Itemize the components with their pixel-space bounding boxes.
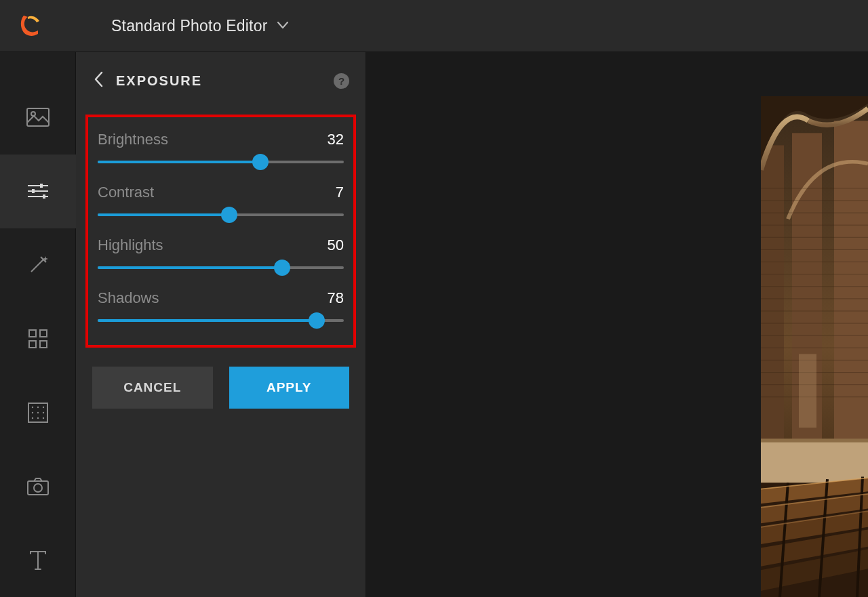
slider-track[interactable] — [98, 161, 344, 163]
slider-contrast: Contrast 7 — [98, 184, 344, 216]
svg-rect-13 — [40, 341, 47, 348]
slider-track[interactable] — [98, 319, 344, 322]
rail-camera[interactable] — [0, 449, 76, 523]
rail-adjust[interactable] — [0, 155, 76, 228]
svg-point-18 — [31, 412, 33, 413]
slider-track[interactable] — [98, 266, 344, 269]
slider-value: 78 — [328, 289, 344, 307]
rail-image[interactable] — [0, 81, 76, 155]
slider-label: Highlights — [98, 236, 163, 254]
slider-highlights: Highlights 50 — [98, 236, 344, 269]
svg-point-21 — [31, 417, 33, 419]
svg-rect-49 — [761, 440, 868, 482]
top-bar: Standard Photo Editor — [0, 0, 868, 52]
rail-grid[interactable] — [0, 375, 76, 449]
svg-point-17 — [42, 407, 43, 408]
slider-thumb[interactable] — [309, 312, 325, 329]
svg-rect-10 — [29, 330, 36, 337]
svg-rect-6 — [32, 189, 35, 193]
exposure-panel: EXPOSURE ? Brightness 32 Contrast 7 — [76, 52, 366, 597]
svg-rect-11 — [40, 330, 47, 337]
svg-rect-0 — [27, 108, 49, 126]
slider-track[interactable] — [98, 213, 344, 216]
svg-rect-48 — [799, 354, 816, 428]
svg-rect-12 — [29, 341, 36, 348]
svg-rect-7 — [43, 194, 45, 199]
slider-value: 32 — [328, 131, 344, 148]
svg-point-15 — [31, 407, 33, 408]
slider-thumb[interactable] — [274, 260, 290, 276]
main-area: EXPOSURE ? Brightness 32 Contrast 7 — [0, 52, 868, 597]
svg-point-20 — [42, 412, 43, 413]
svg-point-22 — [37, 417, 38, 419]
slider-thumb[interactable] — [252, 154, 269, 170]
back-button[interactable] — [94, 71, 104, 90]
mode-selector[interactable]: Standard Photo Editor — [111, 17, 288, 35]
svg-line-8 — [31, 260, 43, 272]
cancel-button[interactable]: CANCEL — [92, 367, 213, 409]
slider-label: Brightness — [98, 131, 168, 148]
photo-preview — [761, 96, 868, 597]
slider-label: Shadows — [98, 289, 159, 307]
svg-point-1 — [31, 112, 35, 116]
rail-magic[interactable] — [0, 228, 76, 302]
app-logo[interactable] — [16, 12, 43, 39]
canvas-area[interactable] — [366, 52, 868, 597]
app-title: Standard Photo Editor — [111, 17, 268, 35]
svg-point-23 — [42, 417, 43, 419]
panel-title: EXPOSURE — [116, 73, 321, 89]
button-row: CANCEL APPLY — [76, 348, 366, 409]
chevron-down-icon — [277, 20, 288, 32]
sliders-group: Brightness 32 Contrast 7 — [85, 115, 356, 348]
svg-rect-50 — [761, 438, 868, 442]
help-button[interactable]: ? — [334, 73, 349, 89]
left-rail — [0, 52, 76, 597]
svg-point-19 — [37, 412, 38, 413]
svg-rect-27 — [761, 145, 784, 464]
slider-label: Contrast — [98, 184, 154, 201]
slider-thumb[interactable] — [221, 207, 237, 223]
slider-brightness: Brightness 32 — [98, 131, 344, 163]
rail-apps[interactable] — [0, 302, 76, 376]
rail-text[interactable] — [0, 523, 76, 597]
svg-point-25 — [34, 484, 42, 492]
slider-value: 7 — [336, 184, 344, 201]
svg-rect-29 — [834, 121, 868, 489]
slider-shadows: Shadows 78 — [98, 289, 344, 322]
apply-button[interactable]: APPLY — [229, 367, 350, 409]
svg-rect-5 — [40, 184, 43, 188]
svg-point-16 — [37, 407, 38, 408]
slider-value: 50 — [328, 236, 344, 254]
